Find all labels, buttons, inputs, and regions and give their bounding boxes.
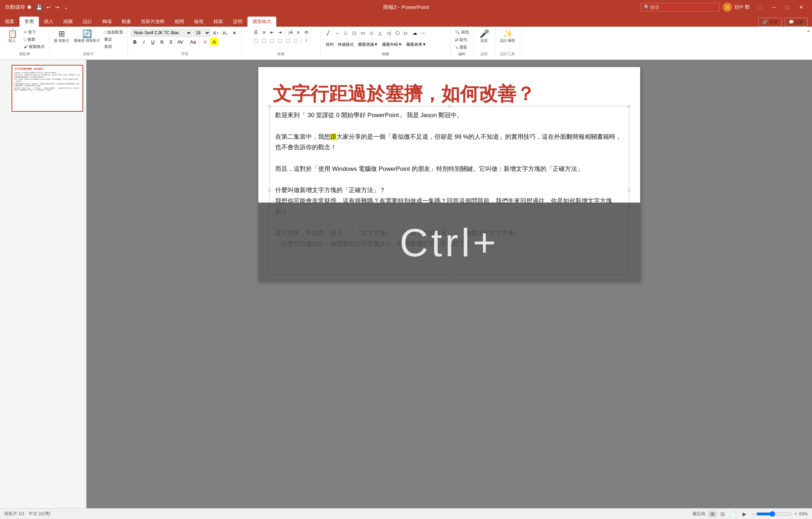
paste-button[interactable]: 📋 貼上 bbox=[3, 29, 22, 44]
tab-shape-format[interactable]: 圖形格式 bbox=[247, 17, 276, 27]
maximize-btn[interactable]: □ bbox=[781, 0, 794, 14]
user-area[interactable]: 冠 冠中 鄭 bbox=[723, 3, 750, 12]
line-spacing-btn[interactable]: ↕ bbox=[303, 37, 310, 44]
section-button[interactable]: 章節 bbox=[103, 43, 125, 50]
format-painter-button[interactable]: 🖌 複製格式 bbox=[22, 43, 46, 50]
font-size-decrease-btn[interactable]: A↓ bbox=[221, 29, 229, 37]
search-input[interactable] bbox=[650, 5, 715, 10]
col-btn[interactable]: ⬚ bbox=[292, 37, 299, 44]
handle-left[interactable] bbox=[268, 189, 271, 192]
shape-line-btn[interactable]: ╱ bbox=[324, 29, 332, 37]
shape-triangle-btn[interactable]: △ bbox=[376, 29, 384, 37]
search-box[interactable]: 🔍 bbox=[641, 3, 720, 12]
underline-btn[interactable]: U bbox=[149, 38, 157, 46]
effect-btn[interactable]: 圖案效果▼ bbox=[405, 41, 428, 49]
dictate-button[interactable]: 🎤 語音 bbox=[477, 29, 491, 44]
redo-icon[interactable]: ↪ bbox=[54, 4, 61, 11]
outline-btn[interactable]: 圖案外框▼ bbox=[381, 41, 403, 49]
align-right-btn[interactable]: ⬚ bbox=[268, 37, 276, 44]
char-spacing-btn[interactable]: AV bbox=[176, 38, 184, 46]
handle-top-right[interactable] bbox=[628, 105, 630, 108]
justify-low-btn[interactable]: ⬚ bbox=[284, 37, 291, 44]
tab-thumbnail[interactable]: 縮圖 bbox=[58, 17, 78, 27]
numbering-btn[interactable]: ≡ bbox=[260, 29, 268, 36]
align-left-btn[interactable]: ⬚ bbox=[253, 37, 260, 44]
tab-home[interactable]: 常用 bbox=[19, 17, 39, 27]
collapse-ribbon-btn[interactable]: ⌃ bbox=[806, 30, 811, 35]
convert-smartart-btn[interactable]: ⟲ bbox=[303, 29, 310, 36]
font-size-select[interactable]: 18 bbox=[193, 29, 210, 37]
handle-right[interactable] bbox=[628, 189, 630, 192]
text-direction-btn[interactable]: ↕A bbox=[287, 29, 294, 36]
select-button[interactable]: ↘ 選取 bbox=[454, 44, 469, 51]
slide-title[interactable]: 文字行距過於塞擠，如何改善？ bbox=[273, 81, 626, 107]
minimize-btn[interactable]: ─ bbox=[767, 0, 781, 14]
tab-insert[interactable]: 插入 bbox=[39, 17, 58, 27]
clear-format-btn[interactable]: ✕ bbox=[231, 29, 238, 37]
shape-arrow-btn[interactable]: → bbox=[333, 29, 341, 37]
shape-rect-btn[interactable]: □ bbox=[342, 29, 349, 37]
slide-1-thumbnail[interactable]: 文字行距過於塞擠，如何改善？ 歡迎來到「30 堂課從 0 開始學好 PowerP… bbox=[12, 65, 83, 112]
tab-view[interactable]: 檢視 bbox=[189, 17, 209, 27]
text-shadow-btn[interactable]: S bbox=[167, 38, 175, 46]
undo-icon[interactable]: ↩ bbox=[45, 4, 52, 11]
reset-button[interactable]: 重設 bbox=[103, 36, 125, 43]
comment-button[interactable]: 💬 註解 bbox=[785, 18, 808, 27]
justify-btn[interactable]: ⬚ bbox=[276, 37, 284, 44]
strikethrough-btn[interactable]: S bbox=[158, 38, 166, 46]
fill-btn[interactable]: 圖案填滿▼ bbox=[357, 41, 379, 49]
shape-diamond-btn[interactable]: ◇ bbox=[367, 29, 375, 37]
increase-indent-btn[interactable]: ⇥ bbox=[276, 29, 284, 36]
italic-btn[interactable]: I bbox=[140, 38, 148, 46]
shape-round-btn[interactable]: ▭ bbox=[359, 29, 367, 37]
slideshow-view-btn[interactable]: ▶ bbox=[740, 510, 749, 518]
shape-more-btn[interactable]: ⋯ bbox=[419, 29, 427, 37]
zoom-slider[interactable] bbox=[756, 511, 792, 517]
designer-button[interactable]: ✨ 設計 構思 bbox=[498, 29, 517, 44]
tab-record[interactable]: 錄製 bbox=[209, 17, 228, 27]
tab-slideshow[interactable]: 投影片放映 bbox=[136, 17, 170, 27]
ribbon-display-btn[interactable]: ⬚ bbox=[753, 0, 767, 14]
copy-button[interactable]: □ 複製 bbox=[22, 36, 46, 43]
align-text-btn[interactable]: ≡ bbox=[295, 29, 302, 36]
font-color-btn[interactable]: A bbox=[201, 38, 209, 46]
auto-save-btn[interactable]: 自動儲存 ⏺ bbox=[4, 3, 33, 11]
shape-chevron-btn[interactable]: ▷ bbox=[402, 29, 410, 37]
align-center-btn[interactable]: ⬚ bbox=[260, 37, 268, 44]
normal-view-btn[interactable]: ⊞ bbox=[708, 510, 717, 518]
tab-transition[interactable]: 轉場 bbox=[97, 17, 117, 27]
decrease-indent-btn[interactable]: ⇤ bbox=[268, 29, 276, 36]
close-btn[interactable]: ✕ bbox=[794, 0, 808, 14]
shape-cloud-btn[interactable]: ☁ bbox=[411, 29, 419, 37]
customize-icon[interactable]: ⌄ bbox=[62, 4, 70, 11]
tab-file[interactable]: 檔案 bbox=[0, 17, 19, 27]
shape-rtriangle-btn[interactable]: ◁ bbox=[385, 29, 393, 37]
tab-animation[interactable]: 動畫 bbox=[117, 17, 136, 27]
zoom-in-btn[interactable]: + bbox=[794, 511, 797, 516]
highlight-color-btn[interactable]: A bbox=[210, 38, 218, 46]
replace-button[interactable]: ⇄ 取代 bbox=[454, 36, 469, 43]
case-change-btn[interactable]: Aa bbox=[189, 38, 197, 46]
tab-design[interactable]: 設計 bbox=[78, 17, 97, 27]
tab-help[interactable]: 說明 bbox=[228, 17, 247, 27]
tab-review[interactable]: 校閱 bbox=[170, 17, 189, 27]
bullets-btn[interactable]: ☰ bbox=[253, 29, 260, 36]
shape-pentagon-btn[interactable]: ⬠ bbox=[393, 29, 401, 37]
arrange-btn[interactable]: 排列 bbox=[324, 41, 335, 49]
handle-top-left[interactable] bbox=[268, 105, 271, 108]
quick-styles-btn[interactable]: 快速樣式 bbox=[336, 41, 355, 49]
zoom-out-btn[interactable]: − bbox=[751, 511, 754, 516]
share-button[interactable]: 🔗 共用 bbox=[758, 18, 781, 27]
font-size-increase-btn[interactable]: A↑ bbox=[211, 29, 220, 37]
handle-top[interactable] bbox=[448, 105, 451, 108]
new-slide-button[interactable]: ⊞ 新 投影片 bbox=[52, 29, 71, 44]
cut-button[interactable]: ✂ 剪下 bbox=[22, 29, 46, 36]
bold-btn[interactable]: B bbox=[131, 38, 139, 46]
layout-button[interactable]: □ 版面配置 bbox=[103, 29, 125, 36]
slide-sorter-btn[interactable]: ⊟ bbox=[718, 510, 727, 518]
save-icon[interactable]: 💾 bbox=[35, 4, 44, 11]
font-name-select[interactable]: Noto Serif CJK TC Blac bbox=[131, 29, 192, 37]
reading-view-btn[interactable]: 📄 bbox=[728, 510, 739, 518]
reuse-slide-button[interactable]: 🔄 重複使 用投影片 bbox=[72, 29, 102, 44]
find-button[interactable]: 🔍 尋找 bbox=[454, 29, 470, 36]
